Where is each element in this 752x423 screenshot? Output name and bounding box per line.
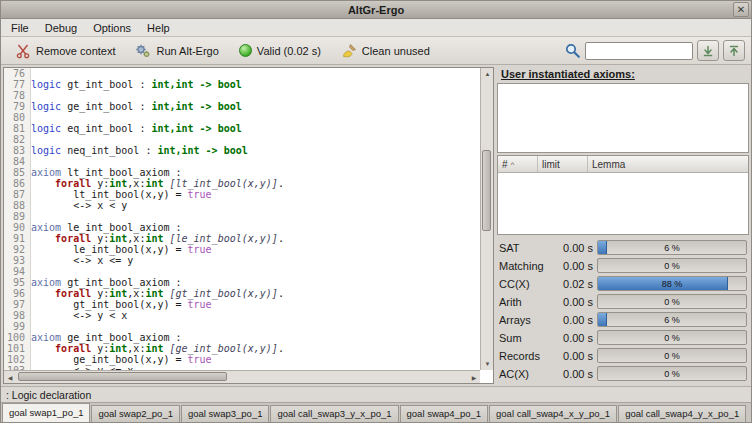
stat-label: Matching	[499, 260, 549, 272]
horizontal-scrollbar-thumb[interactable]	[18, 372, 227, 381]
code-line[interactable]: 102 ge_int_bool(x,y) = true	[4, 354, 480, 365]
menubar: FileDebugOptionsHelp	[1, 19, 751, 37]
code-line[interactable]: 97 gt_int_bool(x,y) = true	[4, 299, 480, 310]
code-text: logic neq_int_bool : int,int -> bool	[31, 145, 480, 156]
toolbar: Remove context Run Alt-Ergo Valid	[1, 37, 751, 65]
code-line[interactable]: 86 forall y:int,x:int [lt_int_bool(x,y)]…	[4, 178, 480, 189]
close-button[interactable]: ✕	[733, 2, 749, 17]
code-line[interactable]: 89	[4, 211, 480, 222]
vertical-scrollbar[interactable]: ▲ ▼	[480, 68, 493, 370]
tab-goal-swap3_po_1[interactable]: goal swap3_po_1	[181, 405, 269, 422]
line-number: 91	[4, 233, 31, 244]
search-down-button[interactable]	[697, 40, 719, 61]
stat-row-acx: AC(X)0.00 s0 %	[499, 365, 749, 382]
code-line[interactable]: 100axiom ge_int_bool_axiom :	[4, 332, 480, 343]
editor-lines: 7677logic gt_int_bool : int,int -> bool7…	[4, 68, 480, 370]
stat-label: Records	[499, 350, 549, 362]
scroll-left-icon[interactable]: ◀	[4, 371, 16, 383]
code-line[interactable]: 87 lt_int_bool(x,y) = true	[4, 189, 480, 200]
stat-row-sat: SAT0.00 s6 %	[499, 239, 749, 256]
vertical-scrollbar-thumb[interactable]	[482, 150, 491, 232]
line-number: 80	[4, 112, 31, 123]
code-line[interactable]: 92 le_int_bool(x,y) = true	[4, 244, 480, 255]
code-line[interactable]: 76	[4, 68, 480, 79]
code-text: forall y:int,x:int [ge_int_bool(x,y)].	[31, 343, 480, 354]
column-header-limit[interactable]: limit	[538, 156, 588, 172]
code-line[interactable]: 95axiom gt_int_bool_axiom :	[4, 277, 480, 288]
search-up-button[interactable]	[723, 40, 745, 61]
lemma-table: # ^ limit Lemma	[497, 155, 749, 235]
code-line[interactable]: 83logic neq_int_bool : int,int -> bool	[4, 145, 480, 156]
stat-progressbar: 0 %	[597, 366, 747, 381]
remove-context-button[interactable]: Remove context	[7, 39, 123, 63]
lemma-table-body[interactable]	[498, 173, 748, 234]
scroll-right-icon[interactable]: ▶	[468, 371, 480, 383]
clean-unused-button[interactable]: Clean unused	[333, 39, 438, 63]
code-line[interactable]: 82	[4, 134, 480, 145]
arrow-down-icon	[702, 45, 714, 57]
code-line[interactable]: 78	[4, 90, 480, 101]
clean-unused-label: Clean unused	[362, 45, 430, 57]
right-panel: User instantiated axioms: # ^ limit Lemm…	[497, 67, 749, 384]
code-line[interactable]: 85axiom lt_int_bool_axiom :	[4, 167, 480, 178]
code-editor[interactable]: 7677logic gt_int_bool : int,int -> bool7…	[3, 67, 494, 384]
line-number: 77	[4, 79, 31, 90]
code-line[interactable]: 84	[4, 156, 480, 167]
code-line[interactable]: 90axiom le_int_bool_axiom :	[4, 222, 480, 233]
code-line[interactable]: 81logic eq_int_bool : int,int -> bool	[4, 123, 480, 134]
code-text: logic eq_int_bool : int,int -> bool	[31, 123, 480, 134]
stat-row-arrays: Arrays0.00 s6 %	[499, 311, 749, 328]
tab-goal-swap4_po_1[interactable]: goal swap4_po_1	[400, 405, 488, 422]
code-text: <-> x <= y	[31, 255, 480, 266]
tab-goal-call_swap3_y_x_po_1[interactable]: goal call_swap3_y_x_po_1	[270, 405, 398, 422]
stat-time: 0.00 s	[553, 296, 593, 308]
statusbar: : Logic declaration	[1, 386, 751, 402]
column-header-number[interactable]: # ^	[498, 156, 538, 172]
line-number: 87	[4, 189, 31, 200]
stat-percent: 0 %	[598, 349, 746, 362]
tab-goal-swap1_po_1[interactable]: goal swap1_po_1	[2, 403, 90, 422]
valid-status-button[interactable]: Valid (0.02 s)	[231, 40, 329, 61]
code-line[interactable]: 98 <-> y < x	[4, 310, 480, 321]
code-text: logic ge_int_bool : int,int -> bool	[31, 101, 480, 112]
goal-tabbar: goal swap1_po_1goal swap2_po_1goal swap3…	[1, 402, 751, 422]
stat-time: 0.00 s	[553, 314, 593, 326]
code-text: lt_int_bool(x,y) = true	[31, 189, 480, 200]
line-number: 85	[4, 167, 31, 178]
scroll-up-icon[interactable]: ▲	[481, 68, 494, 80]
code-line[interactable]: 80	[4, 112, 480, 123]
line-number: 79	[4, 101, 31, 112]
line-number: 84	[4, 156, 31, 167]
menu-item-help[interactable]: Help	[139, 21, 178, 35]
code-line[interactable]: 93 <-> x <= y	[4, 255, 480, 266]
code-text: forall y:int,x:int [lt_int_bool(x,y)].	[31, 178, 480, 189]
main-area: 7677logic gt_int_bool : int,int -> bool7…	[1, 65, 751, 386]
menu-item-file[interactable]: File	[3, 21, 37, 35]
horizontal-scrollbar[interactable]: ◀ ▶	[4, 370, 480, 383]
code-line[interactable]: 88 <-> x < y	[4, 200, 480, 211]
tab-goal-call_swap4_y_x_po_1[interactable]: goal call_swap4_y_x_po_1	[618, 405, 746, 422]
instantiated-axioms-list[interactable]	[497, 83, 749, 153]
code-line[interactable]: 91 forall y:int,x:int [le_int_bool(x,y)]…	[4, 233, 480, 244]
code-line[interactable]: 94	[4, 266, 480, 277]
run-altergo-button[interactable]: Run Alt-Ergo	[127, 39, 226, 63]
code-text	[31, 321, 480, 332]
tab-goal-call_swap4_x_y_po_1[interactable]: goal call_swap4_x_y_po_1	[489, 405, 617, 422]
line-number: 101	[4, 343, 31, 354]
menu-item-debug[interactable]: Debug	[37, 21, 85, 35]
stat-time: 0.00 s	[553, 260, 593, 272]
lemma-table-header: # ^ limit Lemma	[498, 156, 748, 173]
code-line[interactable]: 77logic gt_int_bool : int,int -> bool	[4, 79, 480, 90]
titlebar[interactable]: AltGr-Ergo ✕	[1, 1, 751, 19]
code-text	[31, 211, 480, 222]
scroll-down-icon[interactable]: ▼	[481, 358, 494, 370]
code-line[interactable]: 79logic ge_int_bool : int,int -> bool	[4, 101, 480, 112]
menu-item-options[interactable]: Options	[85, 21, 139, 35]
tab-goal-swap2_po_1[interactable]: goal swap2_po_1	[91, 405, 179, 422]
stat-percent: 0 %	[598, 295, 746, 308]
column-header-lemma[interactable]: Lemma	[588, 156, 748, 172]
search-input[interactable]	[585, 42, 693, 60]
code-line[interactable]: 101 forall y:int,x:int [ge_int_bool(x,y)…	[4, 343, 480, 354]
code-line[interactable]: 99	[4, 321, 480, 332]
code-line[interactable]: 96 forall y:int,x:int [gt_int_bool(x,y)]…	[4, 288, 480, 299]
